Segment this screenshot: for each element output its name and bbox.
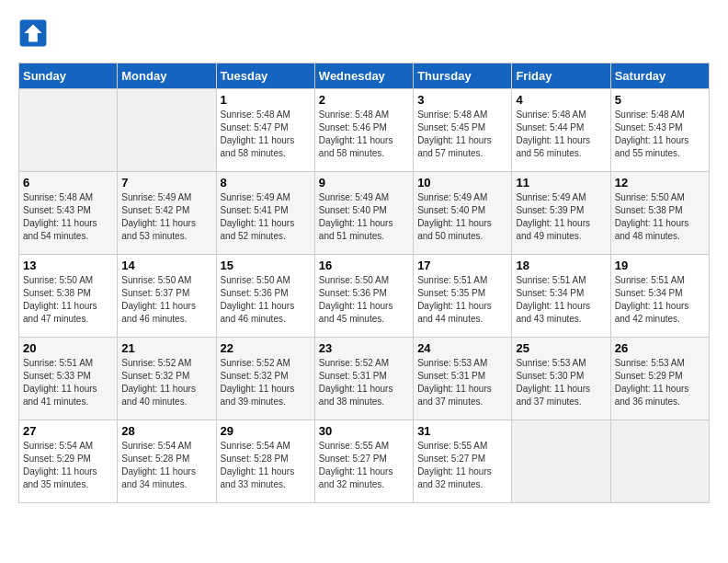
page-header	[18, 18, 710, 48]
calendar-cell: 7Sunrise: 5:49 AM Sunset: 5:42 PM Daylig…	[118, 172, 216, 255]
calendar-cell: 12Sunrise: 5:50 AM Sunset: 5:38 PM Dayli…	[610, 172, 709, 255]
calendar-cell: 30Sunrise: 5:55 AM Sunset: 5:27 PM Dayli…	[314, 420, 413, 503]
day-number: 10	[417, 176, 507, 190]
day-of-week-header: Thursday	[414, 63, 512, 89]
calendar-cell: 4Sunrise: 5:48 AM Sunset: 5:44 PM Daylig…	[512, 89, 610, 172]
calendar-cell: 14Sunrise: 5:50 AM Sunset: 5:37 PM Dayli…	[118, 255, 216, 338]
day-info: Sunrise: 5:51 AM Sunset: 5:35 PM Dayligh…	[417, 274, 507, 326]
day-of-week-header: Saturday	[610, 63, 709, 89]
day-info: Sunrise: 5:54 AM Sunset: 5:28 PM Dayligh…	[121, 440, 211, 491]
day-number: 25	[516, 341, 606, 355]
day-info: Sunrise: 5:48 AM Sunset: 5:47 PM Dayligh…	[221, 109, 311, 160]
day-number: 18	[516, 259, 606, 272]
day-number: 22	[221, 341, 311, 355]
calendar-cell: 15Sunrise: 5:50 AM Sunset: 5:36 PM Dayli…	[216, 255, 314, 338]
calendar-cell	[512, 420, 610, 503]
day-number: 23	[319, 341, 409, 355]
day-info: Sunrise: 5:52 AM Sunset: 5:31 PM Dayligh…	[319, 357, 409, 408]
day-number: 13	[23, 259, 113, 272]
calendar-cell: 5Sunrise: 5:48 AM Sunset: 5:43 PM Daylig…	[610, 89, 709, 172]
calendar-cell: 11Sunrise: 5:49 AM Sunset: 5:39 PM Dayli…	[512, 172, 610, 255]
calendar-header-row: SundayMondayTuesdayWednesdayThursdayFrid…	[19, 63, 710, 89]
day-number: 20	[23, 341, 113, 355]
day-number: 2	[319, 93, 409, 107]
day-info: Sunrise: 5:50 AM Sunset: 5:37 PM Dayligh…	[121, 274, 211, 326]
day-info: Sunrise: 5:52 AM Sunset: 5:32 PM Dayligh…	[221, 357, 311, 408]
day-info: Sunrise: 5:48 AM Sunset: 5:45 PM Dayligh…	[417, 109, 507, 160]
day-info: Sunrise: 5:48 AM Sunset: 5:43 PM Dayligh…	[23, 191, 113, 243]
day-number: 28	[121, 424, 211, 438]
day-info: Sunrise: 5:50 AM Sunset: 5:38 PM Dayligh…	[23, 274, 113, 326]
day-number: 31	[417, 424, 507, 438]
calendar-cell: 19Sunrise: 5:51 AM Sunset: 5:34 PM Dayli…	[610, 255, 709, 338]
day-number: 11	[516, 176, 606, 190]
day-number: 4	[516, 93, 606, 107]
calendar-cell	[118, 89, 216, 172]
day-number: 26	[615, 341, 705, 355]
calendar-cell: 28Sunrise: 5:54 AM Sunset: 5:28 PM Dayli…	[118, 420, 216, 503]
calendar-cell	[610, 420, 709, 503]
calendar-cell: 2Sunrise: 5:48 AM Sunset: 5:46 PM Daylig…	[314, 89, 413, 172]
day-of-week-header: Tuesday	[216, 63, 314, 89]
day-number: 3	[417, 93, 507, 107]
day-number: 17	[417, 259, 507, 272]
day-number: 19	[615, 259, 705, 272]
calendar-cell: 25Sunrise: 5:53 AM Sunset: 5:30 PM Dayli…	[512, 338, 610, 420]
logo-icon	[18, 18, 48, 48]
day-info: Sunrise: 5:49 AM Sunset: 5:40 PM Dayligh…	[417, 191, 507, 243]
calendar-cell: 29Sunrise: 5:54 AM Sunset: 5:28 PM Dayli…	[216, 420, 314, 503]
day-info: Sunrise: 5:54 AM Sunset: 5:28 PM Dayligh…	[221, 440, 311, 491]
calendar-week-row: 13Sunrise: 5:50 AM Sunset: 5:38 PM Dayli…	[19, 255, 710, 338]
day-number: 16	[319, 259, 409, 272]
calendar-cell: 23Sunrise: 5:52 AM Sunset: 5:31 PM Dayli…	[314, 338, 413, 420]
day-of-week-header: Friday	[512, 63, 610, 89]
calendar-week-row: 1Sunrise: 5:48 AM Sunset: 5:47 PM Daylig…	[19, 89, 710, 172]
calendar-cell: 3Sunrise: 5:48 AM Sunset: 5:45 PM Daylig…	[414, 89, 512, 172]
day-number: 15	[221, 259, 311, 272]
day-info: Sunrise: 5:49 AM Sunset: 5:42 PM Dayligh…	[121, 191, 211, 243]
day-info: Sunrise: 5:55 AM Sunset: 5:27 PM Dayligh…	[417, 440, 507, 491]
calendar-cell: 21Sunrise: 5:52 AM Sunset: 5:32 PM Dayli…	[118, 338, 216, 420]
calendar-cell: 13Sunrise: 5:50 AM Sunset: 5:38 PM Dayli…	[19, 255, 118, 338]
day-number: 29	[221, 424, 311, 438]
calendar-cell: 18Sunrise: 5:51 AM Sunset: 5:34 PM Dayli…	[512, 255, 610, 338]
day-of-week-header: Wednesday	[314, 63, 413, 89]
day-number: 9	[319, 176, 409, 190]
calendar-week-row: 6Sunrise: 5:48 AM Sunset: 5:43 PM Daylig…	[19, 172, 710, 255]
day-info: Sunrise: 5:48 AM Sunset: 5:46 PM Dayligh…	[319, 109, 409, 160]
day-info: Sunrise: 5:53 AM Sunset: 5:29 PM Dayligh…	[615, 357, 705, 408]
day-info: Sunrise: 5:51 AM Sunset: 5:34 PM Dayligh…	[516, 274, 606, 326]
calendar-cell: 16Sunrise: 5:50 AM Sunset: 5:36 PM Dayli…	[314, 255, 413, 338]
day-info: Sunrise: 5:50 AM Sunset: 5:36 PM Dayligh…	[319, 274, 409, 326]
day-number: 7	[121, 176, 211, 190]
day-number: 27	[23, 424, 113, 438]
day-number: 1	[221, 93, 311, 107]
day-number: 21	[121, 341, 211, 355]
day-info: Sunrise: 5:49 AM Sunset: 5:41 PM Dayligh…	[221, 191, 311, 243]
day-info: Sunrise: 5:50 AM Sunset: 5:38 PM Dayligh…	[615, 191, 705, 243]
calendar-cell: 22Sunrise: 5:52 AM Sunset: 5:32 PM Dayli…	[216, 338, 314, 420]
calendar-cell: 26Sunrise: 5:53 AM Sunset: 5:29 PM Dayli…	[610, 338, 709, 420]
day-info: Sunrise: 5:48 AM Sunset: 5:43 PM Dayligh…	[615, 109, 705, 160]
calendar-cell: 31Sunrise: 5:55 AM Sunset: 5:27 PM Dayli…	[414, 420, 512, 503]
day-info: Sunrise: 5:49 AM Sunset: 5:40 PM Dayligh…	[319, 191, 409, 243]
day-info: Sunrise: 5:50 AM Sunset: 5:36 PM Dayligh…	[221, 274, 311, 326]
day-number: 5	[615, 93, 705, 107]
calendar-cell: 24Sunrise: 5:53 AM Sunset: 5:31 PM Dayli…	[414, 338, 512, 420]
day-info: Sunrise: 5:54 AM Sunset: 5:29 PM Dayligh…	[23, 440, 113, 491]
calendar-cell: 10Sunrise: 5:49 AM Sunset: 5:40 PM Dayli…	[414, 172, 512, 255]
calendar-cell: 1Sunrise: 5:48 AM Sunset: 5:47 PM Daylig…	[216, 89, 314, 172]
day-info: Sunrise: 5:51 AM Sunset: 5:33 PM Dayligh…	[23, 357, 113, 408]
calendar-cell: 20Sunrise: 5:51 AM Sunset: 5:33 PM Dayli…	[19, 338, 118, 420]
logo	[18, 18, 51, 48]
day-info: Sunrise: 5:48 AM Sunset: 5:44 PM Dayligh…	[516, 109, 606, 160]
day-info: Sunrise: 5:53 AM Sunset: 5:31 PM Dayligh…	[417, 357, 507, 408]
day-of-week-header: Monday	[118, 63, 216, 89]
day-of-week-header: Sunday	[19, 63, 118, 89]
day-number: 6	[23, 176, 113, 190]
day-info: Sunrise: 5:55 AM Sunset: 5:27 PM Dayligh…	[319, 440, 409, 491]
day-number: 8	[221, 176, 311, 190]
day-info: Sunrise: 5:52 AM Sunset: 5:32 PM Dayligh…	[121, 357, 211, 408]
calendar-table: SundayMondayTuesdayWednesdayThursdayFrid…	[18, 63, 710, 503]
calendar-week-row: 20Sunrise: 5:51 AM Sunset: 5:33 PM Dayli…	[19, 338, 710, 420]
